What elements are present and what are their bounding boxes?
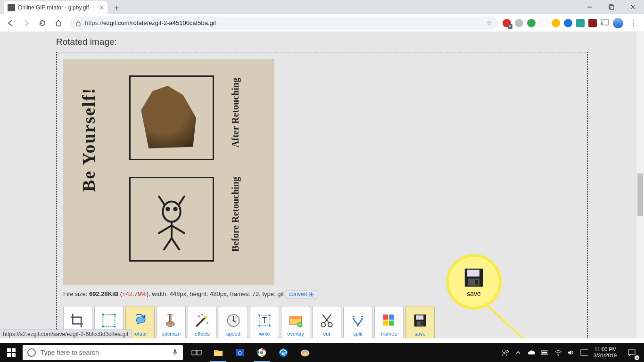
cortana-icon xyxy=(27,348,36,357)
svg-point-20 xyxy=(198,315,200,317)
svg-rect-44 xyxy=(421,322,423,325)
svg-point-68 xyxy=(506,351,509,353)
svg-point-67 xyxy=(503,350,505,353)
window-controls xyxy=(579,0,644,14)
mic-icon[interactable] xyxy=(172,348,178,357)
svg-rect-32 xyxy=(289,316,301,319)
cast-icon[interactable] xyxy=(601,19,609,27)
close-tab-icon[interactable]: × xyxy=(100,4,104,11)
svg-rect-39 xyxy=(383,321,388,326)
people-icon[interactable] xyxy=(501,349,509,356)
result-container: Be Yourself! After Retouching Before Ret… xyxy=(56,52,588,338)
new-tab-button[interactable]: + xyxy=(110,2,123,14)
edge-icon[interactable] xyxy=(272,343,294,362)
lock-icon xyxy=(75,20,81,26)
cut-button[interactable]: cut xyxy=(312,306,341,338)
svg-rect-52 xyxy=(12,353,16,357)
svg-rect-14 xyxy=(102,326,104,328)
svg-text:T: T xyxy=(262,316,267,324)
maximize-button[interactable] xyxy=(601,0,622,14)
back-button[interactable] xyxy=(4,16,17,30)
extension-icon[interactable] xyxy=(552,19,560,27)
svg-rect-42 xyxy=(416,315,423,320)
gif-headline-text: Be Yourself! xyxy=(78,87,99,192)
svg-rect-74 xyxy=(628,350,635,354)
battery-icon[interactable] xyxy=(541,349,548,356)
language-icon[interactable] xyxy=(580,349,588,356)
svg-rect-15 xyxy=(114,326,116,328)
profile-avatar[interactable] xyxy=(613,18,623,28)
svg-rect-40 xyxy=(389,321,394,326)
callout-label: save xyxy=(467,290,481,297)
extension-icon[interactable] xyxy=(576,19,585,27)
svg-point-36 xyxy=(328,323,332,327)
speed-button[interactable]: speed xyxy=(219,306,248,338)
system-tray: 11:00 PM 3/31/2019 xyxy=(501,343,644,362)
tab-favicon xyxy=(8,4,15,11)
taskbar-clock[interactable]: 11:00 PM 3/31/2019 xyxy=(594,346,617,359)
svg-rect-11 xyxy=(103,314,115,326)
chrome-icon[interactable] xyxy=(251,343,272,362)
reload-button[interactable] xyxy=(36,16,49,30)
extension-icon[interactable] xyxy=(564,19,572,27)
svg-rect-30 xyxy=(269,325,271,327)
split-button[interactable]: split xyxy=(343,306,372,338)
effects-button[interactable]: effects xyxy=(188,306,217,338)
extension-icon[interactable] xyxy=(515,19,523,27)
search-placeholder: Type here to search xyxy=(41,349,99,356)
svg-rect-2 xyxy=(610,6,614,9)
extension-icon[interactable] xyxy=(539,19,548,27)
svg-rect-16 xyxy=(136,316,145,324)
outlook-icon[interactable]: O xyxy=(229,343,251,362)
tray-chevron-icon[interactable] xyxy=(514,349,522,356)
browser-tab[interactable]: Online GIF rotator - giphy.gif × xyxy=(4,1,107,14)
page-viewport: Rotated image: Be Yourself! After Retouc… xyxy=(0,32,644,338)
svg-point-61 xyxy=(260,351,264,354)
file-explorer-icon[interactable] xyxy=(207,343,229,362)
notification-center-icon[interactable] xyxy=(622,343,641,362)
chrome-menu-icon[interactable]: ⋮ xyxy=(627,18,640,27)
gif-label-after: After Retouching xyxy=(230,78,240,148)
frames-button[interactable]: frames xyxy=(374,306,404,338)
browser-toolbar: https://ezgif.com/rotate/ezgif-2-a45100c… xyxy=(0,14,644,32)
svg-point-9 xyxy=(174,208,176,210)
volume-icon[interactable] xyxy=(567,349,575,356)
start-button[interactable] xyxy=(0,343,23,362)
task-view-icon[interactable] xyxy=(186,343,207,362)
svg-rect-18 xyxy=(169,314,171,322)
extension-icon[interactable] xyxy=(588,19,597,27)
close-window-button[interactable] xyxy=(622,0,644,14)
bookmark-star-icon[interactable]: ☆ xyxy=(487,19,492,26)
svg-point-21 xyxy=(206,322,208,324)
address-bar[interactable]: https://ezgif.com/rotate/ezgif-2-a45100c… xyxy=(70,16,498,30)
svg-rect-6 xyxy=(601,19,609,25)
svg-rect-53 xyxy=(174,349,176,353)
svg-rect-29 xyxy=(258,325,260,327)
svg-text:+: + xyxy=(298,322,301,327)
write-button[interactable]: Twrite xyxy=(250,306,279,338)
svg-rect-37 xyxy=(383,314,388,320)
optimize-button[interactable]: optimize xyxy=(157,306,186,338)
extension-icons: ⋮ xyxy=(503,18,640,28)
svg-rect-13 xyxy=(114,314,116,316)
minimize-button[interactable] xyxy=(579,0,601,14)
save-button[interactable]: save xyxy=(405,306,435,338)
onedrive-icon[interactable] xyxy=(528,349,535,356)
forward-button[interactable] xyxy=(20,16,33,30)
home-button[interactable] xyxy=(52,16,65,30)
adblock-icon[interactable] xyxy=(503,19,511,27)
wifi-icon[interactable] xyxy=(554,349,561,356)
extension-icon[interactable] xyxy=(527,19,536,27)
taskbar-search[interactable]: Type here to search xyxy=(23,345,183,360)
overlay-button[interactable]: +overlay xyxy=(281,306,310,338)
svg-point-64 xyxy=(303,352,304,353)
floppy-disk-icon xyxy=(461,266,487,289)
svg-rect-49 xyxy=(7,348,11,352)
convert-button[interactable]: convert xyxy=(286,290,317,298)
svg-rect-71 xyxy=(542,352,547,354)
vertical-scrollbar[interactable] xyxy=(636,32,644,338)
paint-icon[interactable] xyxy=(294,343,316,362)
svg-point-65 xyxy=(305,351,306,352)
svg-rect-47 xyxy=(468,279,479,285)
browser-titlebar: Online GIF rotator - giphy.gif × + xyxy=(0,0,644,14)
